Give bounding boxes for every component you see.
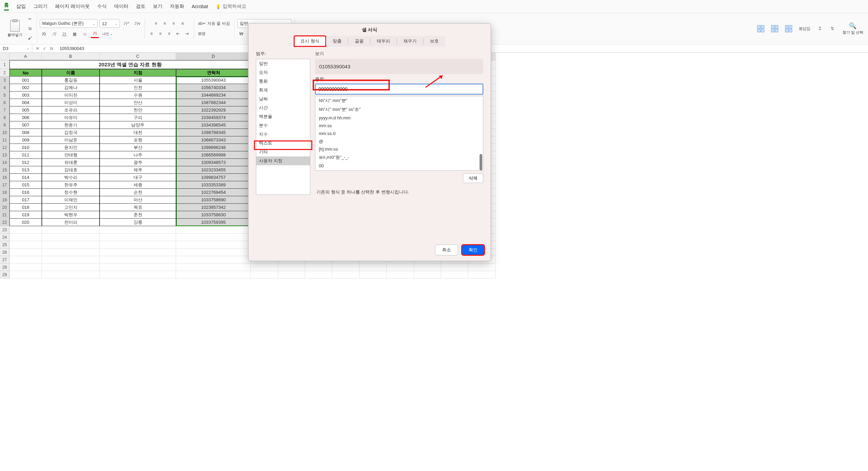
cell[interactable] — [387, 264, 414, 271]
wrap-text-button[interactable]: ab↵ 자동 줄 바꿈 — [197, 19, 231, 28]
cell[interactable]: 013 — [10, 166, 42, 174]
tab-protection[interactable]: 보호 — [423, 36, 445, 47]
cell[interactable]: 1023857342 — [176, 204, 251, 211]
format-type-item[interactable]: mm:ss.0 — [315, 130, 483, 137]
fill-color-button[interactable]: ◇ — [81, 30, 89, 38]
cell[interactable]: 003 — [10, 91, 42, 99]
font-family-select[interactable]: Malgun Gothic (본문) ⌄ — [40, 19, 98, 28]
cell[interactable] — [176, 226, 251, 234]
cell[interactable]: 고민지 — [42, 204, 100, 211]
cell[interactable]: 1099898248 — [176, 144, 251, 151]
cell[interactable] — [414, 264, 441, 271]
cell[interactable]: 이미진 — [42, 91, 100, 99]
row-header[interactable]: 27 — [0, 256, 10, 264]
category-item[interactable]: 일반 — [256, 59, 310, 68]
find-select-button[interactable]: 🔍 찾기 및 선택 — [840, 21, 865, 36]
cell[interactable]: 016 — [10, 189, 42, 196]
font-size-select[interactable]: 12 ⌄ — [100, 19, 120, 28]
tab-view[interactable]: 보기 — [153, 3, 162, 10]
col-header[interactable]: C — [100, 53, 176, 60]
cell[interactable]: No — [10, 69, 42, 77]
cell[interactable]: 011 — [10, 151, 42, 159]
cell[interactable]: 1033758630 — [176, 211, 251, 219]
cell[interactable] — [251, 264, 278, 271]
format-type-list[interactable]: hh"시" mm"분"hh"시" mm"분" ss"초"yyyy.m.d hh:… — [315, 96, 483, 171]
cell[interactable]: 한윤기 — [42, 121, 100, 129]
cell[interactable]: 안태형 — [42, 151, 100, 159]
copy-button[interactable]: ⧉ — [26, 24, 34, 33]
cell[interactable]: 포항 — [100, 136, 176, 144]
insert-cells-button[interactable]: ⊞ 삽입 — [798, 24, 812, 33]
cell[interactable]: 세종 — [100, 181, 176, 189]
cell[interactable]: 2023년 엑셀 연습 자료 현황 — [10, 60, 251, 69]
tab-acrobat[interactable]: Acrobat — [192, 4, 208, 9]
cell[interactable]: 이성미 — [42, 99, 100, 106]
scrollbar-thumb[interactable] — [480, 154, 482, 170]
cell[interactable]: 아유미 — [42, 114, 100, 121]
cell[interactable]: 017 — [10, 196, 42, 204]
cell[interactable]: 1066569988 — [176, 151, 251, 159]
category-item[interactable]: 지수 — [256, 130, 310, 139]
cell[interactable]: 나주 — [100, 151, 176, 159]
cell[interactable] — [305, 271, 332, 279]
format-painter-button[interactable]: 🖌 — [26, 34, 34, 42]
cell[interactable]: 이남준 — [42, 136, 100, 144]
cell[interactable] — [305, 264, 332, 271]
cell[interactable] — [176, 241, 251, 249]
align-right-button[interactable]: ≡ — [165, 30, 173, 38]
row-header[interactable]: 26 — [0, 249, 10, 256]
row-header[interactable]: 10 — [0, 129, 10, 136]
cell[interactable] — [176, 271, 251, 279]
category-item[interactable]: 날짜 — [256, 95, 310, 103]
row-header[interactable]: 3 — [0, 77, 10, 84]
tab-home[interactable]: 홈 — [4, 2, 9, 11]
indent-decrease-button[interactable]: ⇤ — [174, 30, 182, 38]
enter-formula-button[interactable]: ✓ — [43, 46, 47, 51]
row-header[interactable]: 22 — [0, 219, 10, 226]
tab-font[interactable]: 글꼴 — [348, 36, 370, 47]
cell[interactable]: 박현우 — [42, 211, 100, 219]
category-item[interactable]: 회계 — [256, 86, 310, 95]
cell[interactable] — [360, 264, 387, 271]
tab-fill[interactable]: 채우기 — [397, 36, 423, 47]
cell[interactable] — [10, 241, 42, 249]
format-type-item[interactable]: @ — [315, 137, 483, 145]
tab-data[interactable]: 데이터 — [114, 3, 128, 10]
category-item[interactable]: 텍스트 — [256, 139, 310, 148]
cell[interactable] — [468, 271, 496, 279]
cell[interactable] — [441, 271, 468, 279]
conditional-format-button[interactable] — [756, 24, 766, 33]
row-header[interactable]: 19 — [0, 196, 10, 204]
align-middle-button[interactable]: ≡ — [161, 19, 169, 28]
cell[interactable]: 이름 — [42, 69, 100, 77]
cell[interactable] — [42, 271, 100, 279]
cell[interactable]: 윤지민 — [42, 144, 100, 151]
row-header[interactable]: 8 — [0, 114, 10, 121]
tab-review[interactable]: 검토 — [136, 3, 145, 10]
cell[interactable] — [278, 271, 305, 279]
cell[interactable]: 인천 — [100, 84, 176, 91]
row-header[interactable]: 21 — [0, 211, 10, 219]
cell[interactable]: 1056740334 — [176, 84, 251, 91]
row-header[interactable]: 5 — [0, 91, 10, 99]
row-header[interactable]: 25 — [0, 241, 10, 249]
tell-me[interactable]: 입력하세요 — [215, 3, 246, 10]
category-item[interactable]: 숫자 — [256, 68, 310, 77]
cell[interactable]: 015 — [10, 181, 42, 189]
row-header[interactable]: 1 — [0, 60, 10, 69]
paste-button[interactable]: 붙여넣기 — [5, 19, 24, 39]
cell[interactable]: 018 — [10, 204, 42, 211]
cell[interactable]: 008 — [10, 129, 42, 136]
cell[interactable] — [10, 249, 42, 256]
category-item[interactable]: 분수 — [256, 121, 310, 130]
format-type-item[interactable]: yyyy.m.d hh:mm — [315, 114, 483, 122]
cell[interactable] — [176, 264, 251, 271]
cell[interactable] — [100, 256, 176, 264]
sort-filter-button[interactable]: ⇅ — [828, 24, 836, 33]
category-item[interactable]: 기타 — [256, 148, 310, 156]
row-header[interactable]: 28 — [0, 264, 10, 271]
delete-format-button[interactable]: 삭제 — [463, 173, 483, 183]
cell[interactable]: 020 — [10, 219, 42, 226]
cell[interactable]: 김정국 — [42, 129, 100, 136]
ok-button[interactable]: 확인 — [462, 245, 485, 255]
